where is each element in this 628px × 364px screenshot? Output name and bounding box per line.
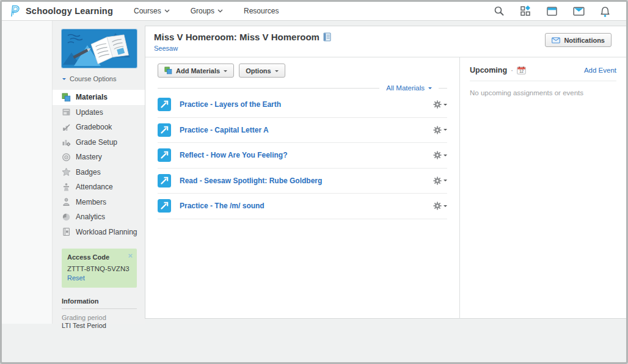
material-row: Read - Seesaw Spotlight: Rube Goldberg [158,169,447,194]
sidebar-item-label: Updates [76,108,103,117]
course-options-label: Course Options [70,75,116,82]
material-link[interactable]: Read - Seesaw Spotlight: Rube Goldberg [180,177,322,185]
upcoming-title: Upcoming [470,66,507,75]
material-row-menu[interactable] [433,202,447,210]
sidebar-item-label: Workload Planning [76,228,137,236]
upcoming-panel: Upcoming · 12 Add Event No upcoming assi… [460,57,626,319]
powerschool-p-icon [9,4,21,18]
sidebar-item-materials[interactable]: Materials [53,90,145,105]
nav-menu-resources[interactable]: Resources [244,7,279,15]
upcoming-header: Upcoming · 12 Add Event [470,66,616,75]
sidebar-item-badges[interactable]: Badges [53,165,145,180]
add-materials-button[interactable]: Add Materials [158,64,234,78]
material-link[interactable]: Practice - Layers of the Earth [180,100,281,109]
material-link[interactable]: Reflect - How Are You Feeling? [180,151,287,159]
sidebar-item-mastery[interactable]: Mastery [53,150,145,165]
gradebook-icon [62,123,71,132]
caret-down-icon [444,205,447,209]
notifications-button-label: Notifications [564,37,605,44]
grade-setup-icon [62,137,71,147]
badges-icon [62,167,71,177]
sidebar-item-label: Members [76,198,106,206]
notifications-button[interactable]: Notifications [545,33,612,47]
options-label: Options [246,67,271,75]
close-icon[interactable]: × [128,252,133,260]
seesaw-activity-icon [158,199,171,213]
material-link[interactable]: Practice - The /m/ sound [180,202,265,210]
options-button[interactable]: Options [239,64,285,78]
updates-icon [62,107,71,117]
nav-menu-label: Courses [134,7,161,15]
materials-toolbar: Add Materials Options [158,64,447,78]
material-row: Practice - Capital Letter A [158,118,447,144]
left-gutter [2,21,52,324]
material-row-menu[interactable] [433,126,447,134]
apps-grid-icon[interactable] [520,5,531,16]
access-code-title: Access Code [67,253,131,261]
sidebar-item-members[interactable]: Members [53,195,145,210]
material-row-menu[interactable] [433,100,447,109]
nav-menu-groups[interactable]: Groups [191,7,223,15]
divider-line [470,81,616,81]
all-materials-filter[interactable]: All Materials [386,84,432,92]
members-icon [62,197,71,206]
information-section: Information Grading period LTI Test Peri… [62,297,137,329]
material-row: Practice - Layers of the Earth [158,92,447,118]
search-icon[interactable] [494,5,505,16]
access-code-reset-link[interactable]: Reset [67,274,85,282]
course-notebook-icon [323,32,331,42]
access-code-value: ZTTT-8TNQ-5VZN3 [67,265,131,272]
browser-window: Schoology Learning Courses Groups Resour… [0,0,628,364]
materials-icon [164,67,172,75]
caret-down-icon [444,155,447,158]
course-options-toggle[interactable]: Course Options [53,73,145,84]
nav-menu-label: Resources [244,7,279,15]
materials-column: Add Materials Options All Materials [145,57,460,319]
sidebar-item-label: Mastery [76,153,102,161]
material-link[interactable]: Practice - Capital Letter A [180,126,269,134]
material-row: Reflect - How Are You Feeling? [158,143,447,169]
materials-list: Practice - Layers of the Earth Practice … [158,92,447,219]
sidebar-item-grade-setup[interactable]: Grade Setup [53,135,145,150]
seesaw-app-link[interactable]: Seesaw [154,45,178,52]
sidebar-item-attendance[interactable]: Attendance [53,180,145,195]
course-content-card: Miss V Homeroom: Miss V Homeroom Seesaw … [145,26,626,319]
brand-home-link[interactable]: Schoology Learning [9,4,113,18]
divider-line [158,88,379,89]
divider-line [439,88,447,89]
course-image [62,29,137,68]
sidebar-item-analytics[interactable]: Analytics [53,209,145,225]
notifications-bell-icon[interactable] [600,5,610,17]
envelope-icon [552,37,560,43]
sidebar-item-label: Gradebook [76,123,112,131]
nav-menu-courses[interactable]: Courses [134,7,170,15]
sidebar-item-gradebook[interactable]: Gradebook [53,120,145,135]
material-row-menu[interactable] [433,151,447,159]
sidebar-item-label: Materials [76,93,108,101]
page-title-text: Miss V Homeroom: Miss V Homeroom [154,32,319,42]
analytics-icon [62,213,71,222]
course-header: Miss V Homeroom: Miss V Homeroom Seesaw … [145,26,626,57]
caret-down-icon [275,70,279,74]
caret-down-icon [428,87,432,91]
add-event-link[interactable]: Add Event [584,67,616,74]
sidebar-item-label: Badges [76,168,101,177]
gear-icon [433,126,442,134]
messages-icon[interactable] [573,7,585,16]
seesaw-activity-icon [158,123,171,137]
nav-menu-label: Groups [191,7,214,15]
material-row-menu[interactable] [433,177,447,185]
all-materials-label: All Materials [386,84,425,92]
seesaw-activity-icon [158,174,171,187]
sidebar-item-label: Attendance [76,183,113,191]
caret-down-icon [62,78,66,82]
calendar-icon[interactable] [546,5,558,16]
chevron-down-icon [164,9,170,13]
material-row: Practice - The /m/ sound [158,194,447,219]
chevron-down-icon [217,9,223,13]
course-body: Add Materials Options All Materials [145,57,626,319]
sidebar-menu: Materials Updates Gradebook Grade Setup … [53,90,145,239]
sidebar-item-workload-planning[interactable]: Workload Planning [53,225,145,240]
sidebar-item-updates[interactable]: Updates [53,105,145,120]
svg-text:12: 12 [519,69,524,73]
